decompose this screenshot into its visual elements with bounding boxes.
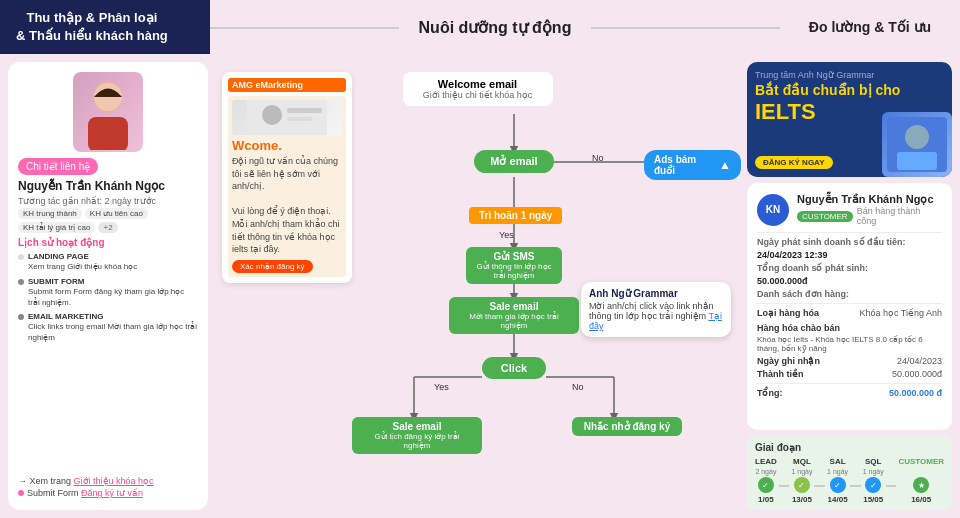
orders-row: Danh sách đơn hàng:: [757, 289, 942, 299]
divider-2: [757, 303, 942, 304]
click-label: Click: [501, 362, 527, 374]
person-card: Chi tiết liên hệ Nguyễn Trần Khánh Ngọc …: [8, 62, 208, 510]
email-preview-header-text: AMG eMarketing: [232, 80, 303, 90]
tri-hoan-label: Trì hoãn 1 ngày: [479, 210, 552, 221]
activity-dot-1: [18, 254, 24, 260]
tri-hoan-node: Trì hoãn 1 ngày: [469, 207, 562, 224]
flow-area: AMG eMarketing Wcome. Đội ngũ: [214, 62, 741, 510]
product-type-row: Loại hàng hóa Khóa học Tiếng Anh: [757, 308, 942, 318]
stage-lead: LEAD 2 ngày ✓ 1/05: [755, 457, 777, 504]
ads-card-header: Trung tâm Anh Ngữ Grammar: [755, 70, 944, 80]
left-panel: Chi tiết liên hệ Nguyễn Trần Khánh Ngọc …: [8, 62, 208, 510]
header-left-label: Thu thập & Phân loại & Thấu hiểu khách h…: [16, 9, 168, 45]
sale-email-title: Sale email: [459, 301, 569, 312]
email-preview-btn[interactable]: Xác nhận đăng ký: [232, 260, 313, 273]
date-first-row: Ngày phát sinh doanh số đầu tiên:: [757, 237, 942, 247]
stage-mql-name: MQL: [793, 457, 811, 466]
email-preview-card: AMG eMarketing Wcome. Đội ngũ: [222, 72, 352, 283]
tags-row: KH trung thành KH ưu tiên cao KH tải lý …: [18, 208, 198, 233]
chat-bubble-header: Anh Ngữ Grammar: [589, 288, 723, 299]
stage-lead-days: 2 ngày: [755, 468, 776, 475]
stage-sal-name: SAL: [830, 457, 846, 466]
sale-email-2-sub: Gửi lịch đăng ký lớp trải nghiệm: [362, 432, 472, 450]
activity-text-3: EMAIL MARKETING Click links trong email …: [28, 312, 198, 343]
top-header: Thu thập & Phân loại & Thấu hiểu khách h…: [0, 0, 960, 54]
bottom-link-text-1[interactable]: Giới thiệu khóa học: [74, 476, 154, 486]
header-right: Đo lường & Tối ưu: [780, 0, 960, 54]
ads-register-btn[interactable]: ĐĂNG KÝ NGAY: [755, 156, 833, 169]
nhac-nho-title: Nhắc nhở đăng ký: [582, 421, 672, 432]
svg-rect-1: [88, 117, 128, 150]
stages-row: LEAD 2 ngày ✓ 1/05 MQL 1 ngày ✓ 13/05: [755, 457, 944, 504]
stage-sal-date: 14/05: [828, 495, 848, 504]
stage-sql-circle: ✓: [865, 477, 881, 493]
content-area: Chi tiết liên hệ Nguyễn Trần Khánh Ngọc …: [0, 54, 960, 518]
customer-role: Bán hàng thành công: [857, 206, 942, 226]
bottom-link-1[interactable]: → Xem trang Giới thiệu khóa học: [18, 476, 198, 486]
total-label: Tổng doanh số phát sinh:: [757, 263, 868, 273]
header-center-label: Nuôi dưỡng tự động: [399, 18, 592, 37]
stage-customer-circle: ★: [913, 477, 929, 493]
person-name: Nguyễn Trần Khánh Ngọc: [18, 179, 198, 193]
stage-customer-days: [920, 468, 922, 475]
sale-email-sub: Mời tham gia lớp học trải nghiệm: [459, 312, 569, 330]
date-ghi-nhan-row: Ngày ghi nhận 24/04/2023: [757, 356, 942, 366]
promo-row: Hàng hóa chào bán: [757, 321, 942, 333]
header-center: Nuôi dưỡng tự động: [210, 0, 780, 54]
ads-title-line1: Bắt đầu chuẩn bị cho: [755, 82, 900, 98]
date-ghi-nhan-value: 24/04/2023: [897, 356, 942, 366]
header-right-label: Đo lường & Tối ưu: [809, 19, 931, 35]
person-desc: Tương tác gần nhất: 2 ngày trước: [18, 196, 198, 206]
activity-section: Lịch sử hoạt động LANDING PAGE Xem trang…: [18, 237, 198, 343]
chat-bubble: Anh Ngữ Grammar Mời anh/chị click vào li…: [581, 282, 731, 337]
product-type-label: Loại hàng hóa: [757, 308, 819, 318]
customer-info: Nguyễn Trần Khánh Ngọc CUSTOMER Bán hàng…: [797, 193, 942, 226]
email-welcome-text: Wcome.: [232, 138, 342, 153]
ads-title-highlight: IELTS: [755, 99, 816, 124]
stage-lead-date: 1/05: [758, 495, 774, 504]
total-row: Tổng doanh số phát sinh:: [757, 263, 942, 273]
giai-doan-section: Giai đoạn LEAD 2 ngày ✓ 1/05 MQL 1 ngày …: [747, 436, 952, 510]
promo-label: Hàng hóa chào bán: [757, 323, 840, 333]
activity-text-1: LANDING PAGE Xem trang Giới thiệu khóa h…: [28, 252, 137, 273]
connector-4: [886, 485, 897, 487]
svg-rect-5: [287, 108, 322, 113]
no-label-2: No: [572, 382, 584, 392]
total-value-row: 50.000.000đ: [757, 276, 942, 286]
stage-sal-circle: ✓: [830, 477, 846, 493]
promo-value: Khóa học Ielts - Khóa học IELTS 8.0 cấp …: [757, 335, 942, 353]
customer-name: Nguyễn Trần Khánh Ngọc: [797, 193, 942, 206]
stage-mql-date: 13/05: [792, 495, 812, 504]
customer-card: KN Nguyễn Trần Khánh Ngọc CUSTOMER Bán h…: [747, 183, 952, 430]
tag-plus: +2: [98, 222, 117, 233]
stage-sql-days: 1 ngày: [863, 468, 884, 475]
stage-mql-circle: ✓: [794, 477, 810, 493]
svg-point-19: [905, 125, 929, 149]
no-label-1: No: [592, 153, 604, 163]
total-final-value: 50.000.000 đ: [889, 388, 942, 398]
customer-avatar: KN: [757, 194, 789, 226]
total-final-row: Tổng: 50.000.000 đ: [757, 388, 942, 398]
nhac-nho-node: Nhắc nhở đăng ký: [572, 417, 682, 436]
sale-email-2-title: Sale email: [362, 421, 472, 432]
thanh-tien-row: Thành tiền 50.000.000đ: [757, 369, 942, 379]
welcome-email-sub: Giới thiệu chi tiết khóa học: [409, 90, 547, 100]
svg-point-4: [262, 105, 282, 125]
product-type-value: Khóa học Tiếng Anh: [859, 308, 942, 318]
activity-title: Lịch sử hoạt động: [18, 237, 198, 248]
connector-1: [779, 485, 790, 487]
bottom-link-text-2[interactable]: Đăng ký tư vấn: [81, 488, 143, 498]
activity-label-1: LANDING PAGE: [28, 252, 89, 261]
stage-sql-name: SQL: [865, 457, 881, 466]
stage-lead-circle: ✓: [758, 477, 774, 493]
email-preview-body: Đội ngũ tư vấn của chúng tôi sẽ liên hệ …: [232, 155, 342, 256]
person-photo: [73, 72, 143, 152]
sale-email-2-node: Sale email Gửi lịch đăng ký lớp trải ngh…: [352, 417, 482, 454]
total-value: 50.000.000đ: [757, 276, 808, 286]
ads-card: Trung tâm Anh Ngữ Grammar Bắt đầu chuẩn …: [747, 62, 952, 177]
chat-link[interactable]: Tại đây: [589, 311, 722, 331]
ads-node: Ads bám đuổi ▲: [644, 150, 741, 180]
click-node[interactable]: Click: [482, 357, 546, 379]
stage-sal-days: 1 ngày: [827, 468, 848, 475]
bottom-link-2[interactable]: Submit Form Đăng ký tư vấn: [18, 488, 198, 498]
